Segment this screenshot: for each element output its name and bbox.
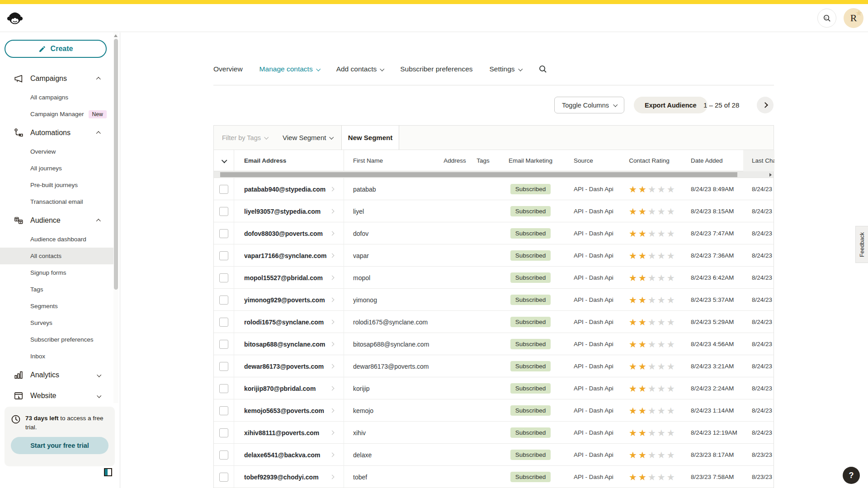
contact-email-link[interactable]: xihiv88111@poverts.com	[244, 429, 319, 436]
email-cell: yimonog929@poverts.com	[234, 289, 344, 311]
row-checkbox[interactable]	[219, 251, 228, 260]
row-expand-chevron-icon[interactable]	[330, 187, 335, 192]
sidebar-scrollbar-up-arrow[interactable]	[114, 34, 118, 37]
column-header-tags[interactable]: Tags	[468, 150, 498, 171]
row-expand-chevron-icon[interactable]	[330, 431, 335, 435]
sidebar-item-all-contacts[interactable]: All contacts	[0, 248, 114, 264]
row-checkbox[interactable]	[219, 406, 228, 415]
contact-email-link[interactable]: yimonog929@poverts.com	[244, 296, 325, 304]
sidebar-section-audience[interactable]: Audience	[0, 210, 114, 231]
row-checkbox[interactable]	[219, 296, 228, 305]
row-checkbox[interactable]	[219, 428, 228, 437]
filter-by-tags-dropdown[interactable]: Filter by Tags	[222, 134, 268, 141]
contact-email-link[interactable]: dewar86173@poverts.com	[244, 363, 324, 370]
select-all-dropdown[interactable]	[214, 150, 234, 171]
row-expand-chevron-icon[interactable]	[330, 408, 335, 413]
row-checkbox[interactable]	[219, 450, 228, 460]
sidebar-collapse-toggle[interactable]	[104, 468, 112, 476]
sidebar-item-tags[interactable]: Tags	[0, 281, 114, 298]
row-checkbox[interactable]	[219, 273, 228, 282]
row-expand-chevron-icon[interactable]	[330, 386, 335, 391]
source-cell: API - Dash Api	[563, 377, 615, 399]
row-expand-chevron-icon[interactable]	[330, 475, 335, 479]
toggle-columns-button[interactable]: Toggle Columns	[554, 97, 624, 113]
export-audience-button[interactable]: Export Audience	[634, 97, 708, 113]
column-header-address[interactable]: Address	[441, 150, 468, 171]
row-checkbox[interactable]	[219, 207, 228, 216]
contacts-search-icon[interactable]	[538, 65, 547, 74]
contact-email-link[interactable]: patabab940@stypedia.com	[244, 186, 326, 193]
column-header-first-name[interactable]: First Name	[344, 150, 441, 171]
column-header-last-changed[interactable]: Last Cha	[743, 150, 774, 171]
row-checkbox[interactable]	[219, 362, 228, 371]
row-expand-chevron-icon[interactable]	[330, 453, 335, 457]
column-header-email-marketing[interactable]: Email Marketing	[498, 150, 563, 171]
row-expand-chevron-icon[interactable]	[330, 276, 335, 280]
contact-email-link[interactable]: delaxe6541@backva.com	[244, 451, 321, 459]
sidebar-item-all-journeys[interactable]: All journeys	[0, 160, 114, 177]
pagination-next-button[interactable]	[757, 97, 774, 113]
row-checkbox[interactable]	[219, 473, 228, 482]
start-free-trial-button[interactable]: Start your free trial	[11, 437, 108, 454]
column-header-source[interactable]: Source	[563, 150, 615, 171]
sidebar-item-campaign-manager[interactable]: Campaign ManagerNew	[0, 106, 114, 122]
sidebar-item-transactional-email[interactable]: Transactional email	[0, 193, 114, 210]
source-cell: API - Dash Api	[563, 311, 615, 333]
sidebar-item-overview[interactable]: Overview	[0, 143, 114, 160]
column-header-date-added[interactable]: Date Added	[683, 150, 743, 171]
mailchimp-logo-icon[interactable]	[6, 9, 24, 26]
column-header-contact-rating[interactable]: Contact Rating	[615, 150, 683, 171]
table-row: patabab940@stypedia.compatababSubscribed…	[214, 178, 774, 200]
sidebar-item-all-campaigns[interactable]: All campaigns	[0, 89, 114, 106]
help-button[interactable]: ?	[843, 467, 860, 484]
row-expand-chevron-icon[interactable]	[330, 298, 335, 302]
row-checkbox[interactable]	[219, 185, 228, 194]
avatar[interactable]: ★ R	[844, 8, 863, 28]
sidebar-section-website[interactable]: Website	[0, 385, 114, 406]
row-expand-chevron-icon[interactable]	[330, 342, 335, 347]
column-header-email[interactable]: Email Address	[234, 150, 344, 171]
sidebar-item-inbox[interactable]: Inbox	[0, 348, 114, 365]
sidebar-section-campaigns[interactable]: Campaigns	[0, 68, 114, 89]
contact-email-link[interactable]: mopol15527@pbridal.com	[244, 274, 323, 282]
row-checkbox[interactable]	[219, 384, 228, 393]
header-search-button[interactable]	[817, 9, 836, 28]
row-expand-chevron-icon[interactable]	[330, 253, 335, 258]
row-expand-chevron-icon[interactable]	[330, 209, 335, 214]
contact-email-link[interactable]: vapar17166@synclane.com	[244, 252, 327, 259]
view-segment-dropdown[interactable]: View Segment	[283, 134, 333, 141]
sidebar-section-analytics[interactable]: Analytics	[0, 365, 114, 385]
contact-email-link[interactable]: bitosap688@synclane.com	[244, 341, 325, 348]
contact-rating-cell: ★★★★★	[615, 267, 683, 289]
row-expand-chevron-icon[interactable]	[330, 320, 335, 324]
row-expand-chevron-icon[interactable]	[330, 231, 335, 236]
contact-email-link[interactable]: liyel93057@stypedia.com	[244, 208, 321, 215]
contact-email-link[interactable]: rolodi1675@synclane.com	[244, 319, 324, 326]
tab-add-contacts[interactable]: Add contacts	[336, 65, 384, 73]
sidebar-item-audience-dashboard[interactable]: Audience dashboard	[0, 231, 114, 248]
create-button[interactable]: Create	[5, 40, 107, 58]
sidebar-scrollbar-thumb[interactable]	[114, 39, 118, 290]
row-expand-chevron-icon[interactable]	[330, 364, 335, 369]
sidebar-item-subscriber-preferences[interactable]: Subscriber preferences	[0, 331, 114, 348]
scroll-right-arrow[interactable]	[769, 173, 772, 177]
contact-email-link[interactable]: tobef92939@chodyi.com	[244, 474, 319, 481]
row-checkbox[interactable]	[219, 318, 228, 327]
feedback-tab[interactable]: Feedback	[855, 226, 868, 263]
sidebar-item-signup-forms[interactable]: Signup forms	[0, 264, 114, 281]
row-checkbox[interactable]	[219, 340, 228, 349]
tab-manage-contacts[interactable]: Manage contacts	[259, 65, 320, 73]
sidebar-item-pre-built-journeys[interactable]: Pre-built journeys	[0, 177, 114, 193]
sidebar-item-segments[interactable]: Segments	[0, 298, 114, 314]
sidebar-section-automations[interactable]: Automations	[0, 122, 114, 143]
tab-subscriber-preferences[interactable]: Subscriber preferences	[400, 65, 472, 73]
horizontal-scrollbar-thumb[interactable]	[220, 172, 737, 177]
contact-email-link[interactable]: dofov88030@poverts.com	[244, 230, 323, 237]
tab-overview[interactable]: Overview	[213, 65, 243, 73]
new-segment-button[interactable]: New Segment	[341, 126, 399, 150]
contact-email-link[interactable]: korijip870@pbridal.com	[244, 385, 316, 392]
tab-settings[interactable]: Settings	[490, 65, 522, 73]
contact-email-link[interactable]: kemojo5653@poverts.com	[244, 407, 324, 414]
row-checkbox[interactable]	[219, 229, 228, 238]
sidebar-item-surveys[interactable]: Surveys	[0, 314, 114, 331]
